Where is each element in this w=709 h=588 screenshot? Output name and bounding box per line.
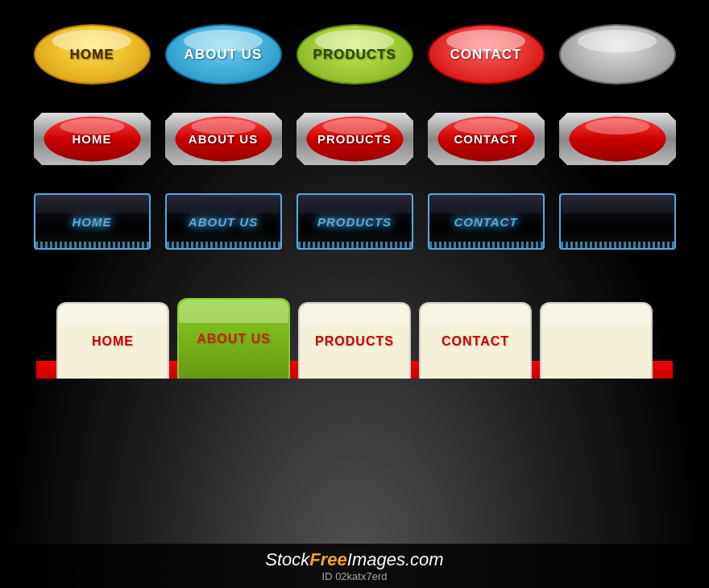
home-banner-button[interactable]: HOME <box>34 109 151 169</box>
empty-box-button[interactable] <box>559 193 676 250</box>
products-oval-button[interactable]: PRODUCTS <box>296 24 413 85</box>
watermark: StockFreeImages.com ID 02katx7erd <box>0 544 709 588</box>
banner-button-row: HOME <box>34 109 676 169</box>
home-box-label: HOME <box>73 215 112 229</box>
contact-oval-button[interactable]: CONTACT <box>428 24 545 85</box>
empty-banner-frame <box>559 109 676 169</box>
box-button-row: HOME ABOUT US PRODUCTS CONTACT <box>34 193 676 250</box>
watermark-text: StockFreeImages.com <box>265 549 443 569</box>
tab-row-container: HOME ABOUT US PRODUCTS CONTACT <box>36 290 673 379</box>
about-box-button[interactable]: ABOUT US <box>165 193 282 250</box>
main-content: HOME ABOUT US PRODUCTS CONTACT <box>0 0 709 379</box>
tab-button-row: HOME ABOUT US PRODUCTS CONTACT <box>36 298 673 379</box>
watermark-id: ID 02katx7erd <box>265 570 443 582</box>
about-banner-label: ABOUT US <box>189 132 258 146</box>
empty-tab-button[interactable] <box>540 302 653 379</box>
about-oval-button[interactable]: ABOUT US <box>165 24 282 85</box>
svg-point-9 <box>585 118 649 135</box>
watermark-content: StockFreeImages.com ID 02katx7erd <box>265 549 443 582</box>
products-banner-button[interactable]: PRODUCTS <box>296 109 413 169</box>
contact-tab-button[interactable]: CONTACT <box>419 302 532 379</box>
products-banner-label: PRODUCTS <box>317 132 392 146</box>
contact-box-label: CONTACT <box>454 215 517 229</box>
home-oval-button[interactable]: HOME <box>34 24 151 85</box>
home-box-button[interactable]: HOME <box>34 193 151 250</box>
home-tab-label: HOME <box>92 334 134 349</box>
contact-banner-label: CONTACT <box>454 132 517 146</box>
contact-banner-button[interactable]: CONTACT <box>428 109 545 169</box>
watermark-free: Free <box>309 549 346 569</box>
oval-button-row: HOME ABOUT US PRODUCTS CONTACT <box>34 24 676 85</box>
home-oval-label: HOME <box>70 47 114 63</box>
products-box-label: PRODUCTS <box>317 215 392 229</box>
watermark-images: Images.com <box>347 549 444 569</box>
about-box-label: ABOUT US <box>189 215 258 229</box>
home-tab-button[interactable]: HOME <box>56 302 169 379</box>
products-oval-label: PRODUCTS <box>313 47 396 63</box>
products-tab-label: PRODUCTS <box>315 334 394 349</box>
watermark-stock: Stock <box>265 549 309 569</box>
empty-oval-button[interactable] <box>559 24 676 85</box>
about-tab-label: ABOUT US <box>197 332 271 346</box>
about-oval-label: ABOUT US <box>185 47 263 63</box>
contact-tab-label: CONTACT <box>442 334 509 349</box>
watermark-sub: ID 02katx7erd <box>265 570 443 582</box>
products-tab-button[interactable]: PRODUCTS <box>298 302 411 379</box>
home-banner-label: HOME <box>73 132 112 146</box>
contact-oval-label: CONTACT <box>450 47 522 63</box>
about-banner-button[interactable]: ABOUT US <box>165 109 282 169</box>
about-tab-button[interactable]: ABOUT US <box>177 298 290 379</box>
products-box-button[interactable]: PRODUCTS <box>296 193 413 250</box>
contact-box-button[interactable]: CONTACT <box>428 193 545 250</box>
empty-banner-button[interactable] <box>559 109 676 169</box>
